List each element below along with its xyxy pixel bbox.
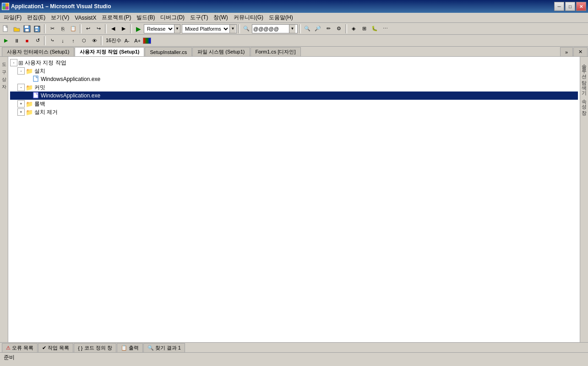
new-button[interactable]: [1, 24, 11, 34]
debug-font-size: 16진수: [106, 37, 121, 44]
menu-item-5[interactable]: 빌드(B): [134, 13, 158, 22]
properties-label[interactable]: 속성 창: [580, 94, 588, 114]
tree-root[interactable]: - ⊞ 사용자 지정 작업: [10, 59, 578, 67]
tab-ui-setup[interactable]: 사용자 인터페이스 (Setup1): [2, 47, 74, 56]
find-options-button[interactable]: ⚙: [334, 24, 344, 34]
configuration-select[interactable]: Release Debug: [144, 25, 174, 33]
minimize-button[interactable]: ─: [554, 2, 564, 11]
commit-folder[interactable]: - 📁 커밋: [10, 83, 578, 92]
menu-item-2[interactable]: 보기(V): [48, 13, 72, 22]
debug-font-up[interactable]: A+: [132, 36, 142, 46]
format-button[interactable]: ⊞: [359, 24, 369, 34]
search-box[interactable]: ▼: [252, 24, 298, 33]
menu-item-6[interactable]: 디버그(D): [158, 13, 187, 22]
install-expand[interactable]: -: [17, 67, 25, 75]
menu-item-8[interactable]: 창(W): [211, 13, 230, 22]
commit-file[interactable]: WindowsApplication.exe: [10, 92, 578, 100]
find-results-tab[interactable]: 🔍 찾기 결과 1: [143, 343, 185, 352]
debug2-button[interactable]: 🐛: [370, 24, 380, 34]
task-list-tab[interactable]: ✔ 작업 목록: [38, 343, 73, 352]
left-panel-icon2[interactable]: 구: [1, 66, 7, 72]
search-arrow[interactable]: ▼: [289, 25, 295, 33]
search-input[interactable]: [252, 25, 289, 33]
platform-select[interactable]: Mixed Platforms Any CPU x86 x64: [182, 25, 229, 33]
menu-item-3[interactable]: VAssistX: [72, 13, 99, 22]
tab-file-system[interactable]: 파일 시스템 (Setup1): [192, 47, 250, 56]
install-folder[interactable]: - 📁 설치: [10, 67, 578, 75]
left-panel-icon4[interactable]: 자: [1, 81, 7, 87]
debug-step-over[interactable]: ⤷: [47, 36, 57, 46]
debug-font-down[interactable]: A-: [122, 36, 132, 46]
debug-color[interactable]: [143, 38, 151, 44]
title-bar: Application1 – Microsoft Visual Studio ─…: [0, 0, 588, 13]
solution-explorer-label[interactable]: 솔루션 탐색기: [580, 59, 588, 94]
debug-toolbar: ▶ ⏸ ■ ↺ ⤷ ↓ ↑ ⬡ 👁 16진수 A- A+: [0, 35, 588, 47]
install-folder-icon: 📁: [26, 68, 33, 75]
save-button[interactable]: [22, 24, 32, 34]
cut-button[interactable]: ✂: [47, 24, 57, 34]
commit-label: 커밋: [34, 84, 45, 92]
code-def-tab[interactable]: { } 코드 정의 창: [74, 343, 116, 352]
platform-dropdown[interactable]: Mixed Platforms Any CPU x86 x64 ▼: [182, 24, 237, 33]
debug-pause[interactable]: ⏸: [11, 36, 22, 46]
menu-item-4[interactable]: 프로젝트(P): [99, 13, 134, 22]
menu-item-10[interactable]: 도움말(H): [266, 13, 296, 22]
debug-watch[interactable]: 👁: [89, 36, 99, 46]
redo-button[interactable]: ↪: [93, 24, 103, 34]
debug-hex[interactable]: ⬡: [79, 36, 89, 46]
svg-rect-8: [25, 29, 29, 32]
play-button[interactable]: ▶: [133, 24, 143, 34]
rollback-expand[interactable]: +: [17, 100, 25, 108]
close-button[interactable]: ✕: [576, 2, 586, 11]
debug-step-out[interactable]: ↑: [68, 36, 78, 46]
open-button[interactable]: [11, 24, 22, 34]
menu-item-9[interactable]: 커뮤니티(G): [231, 13, 266, 22]
highlight-button[interactable]: ✏: [323, 24, 333, 34]
copy-button[interactable]: ⎘: [58, 24, 68, 34]
debug-step-into[interactable]: ↓: [58, 36, 68, 46]
debug-sep1: [44, 36, 46, 45]
rollback-folder[interactable]: + 📁 롤백: [10, 100, 578, 108]
find-next-button[interactable]: 🔎: [313, 24, 323, 34]
left-panel-icon3[interactable]: 상: [1, 73, 7, 80]
configuration-dropdown[interactable]: Release Debug ▼: [144, 24, 180, 33]
menu-item-7[interactable]: 도구(T): [187, 13, 211, 22]
tab-custom-actions[interactable]: 사용자 지정 작업 (Setup1): [75, 47, 144, 56]
debug-restart[interactable]: ↺: [33, 36, 43, 46]
menu-item-1[interactable]: 편집(E): [24, 13, 48, 22]
separator4: [130, 24, 132, 33]
find-prev-button[interactable]: 🔍: [302, 24, 312, 34]
error-icon: ⚠: [6, 345, 11, 351]
svg-rect-2: [2, 6, 5, 10]
more-button[interactable]: ⋯: [380, 24, 390, 34]
separator5: [238, 24, 240, 33]
output-tab[interactable]: 📋 출력: [117, 343, 143, 352]
svg-rect-0: [2, 3, 5, 6]
tab-overflow[interactable]: »: [560, 47, 573, 56]
find-icon[interactable]: 🔍: [241, 24, 251, 34]
tab-setup-installer[interactable]: SetupInstaller.cs: [145, 47, 192, 56]
root-expand[interactable]: -: [10, 59, 17, 66]
nav-fwd-button[interactable]: ▶: [119, 24, 129, 34]
undo-button[interactable]: ↩: [83, 24, 93, 34]
tab-close-all[interactable]: ✕: [573, 47, 588, 56]
refactor-button[interactable]: ◈: [348, 24, 359, 34]
uninstall-expand[interactable]: +: [17, 108, 25, 116]
menu-item-0[interactable]: 파일(F): [1, 13, 24, 22]
platform-arrow[interactable]: ▼: [229, 25, 236, 33]
paste-button[interactable]: 📋: [68, 24, 78, 34]
install-file[interactable]: WindowsApplication.exe: [10, 75, 578, 83]
save-all-button[interactable]: [33, 24, 43, 34]
uninstall-folder[interactable]: + 📁 설치 제거: [10, 108, 578, 116]
commit-expand[interactable]: -: [17, 84, 25, 91]
svg-rect-3: [5, 6, 9, 10]
bottom-tabs: ⚠ 오류 목록 ✔ 작업 목록 { } 코드 정의 창 📋 출력 🔍 찾기 결과…: [0, 342, 588, 352]
left-panel-icon1[interactable]: 도: [1, 59, 7, 65]
debug-stop[interactable]: ■: [22, 36, 32, 46]
tab-form1-design[interactable]: Form1.cs [디자인]: [250, 47, 301, 56]
nav-back-button[interactable]: ◀: [108, 24, 118, 34]
error-list-tab[interactable]: ⚠ 오류 목록: [2, 343, 38, 352]
config-arrow[interactable]: ▼: [174, 25, 180, 33]
debug-play[interactable]: ▶: [1, 36, 11, 46]
maximize-button[interactable]: □: [565, 2, 575, 11]
